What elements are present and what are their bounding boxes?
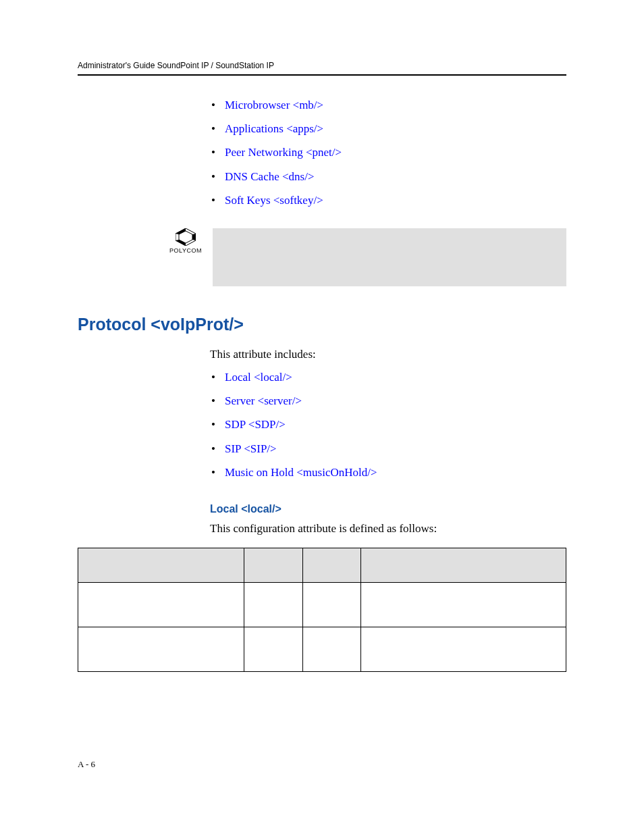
link-peer-networking[interactable]: Peer Networking <pnet/> — [225, 146, 342, 159]
list-item: Server <server/> — [225, 392, 566, 410]
list-item: Soft Keys <softkey/> — [225, 191, 566, 209]
table-header — [302, 548, 361, 582]
list-item: Applications <apps/> — [225, 120, 566, 138]
list-item: Microbrowser <mb/> — [225, 96, 566, 114]
link-music-on-hold[interactable]: Music on Hold <musicOnHold/> — [225, 466, 377, 479]
note-block: POLYCOM — [78, 228, 566, 286]
table-cell — [302, 582, 361, 627]
polycom-logo-icon — [176, 228, 196, 246]
sub-bullet-list: Local <local/> Server <server/> SDP <SDP… — [78, 368, 566, 481]
link-soft-keys[interactable]: Soft Keys <softkey/> — [225, 194, 323, 207]
running-header: Administrator's Guide SoundPoint IP / So… — [78, 61, 566, 70]
svg-marker-2 — [176, 228, 186, 234]
link-microbrowser[interactable]: Microbrowser <mb/> — [225, 99, 323, 111]
table-cell — [244, 627, 302, 671]
config-table — [78, 548, 566, 672]
table-cell — [244, 582, 302, 627]
page: Administrator's Guide SoundPoint IP / So… — [0, 0, 644, 834]
link-sdp[interactable]: SDP <SDP/> — [225, 418, 286, 431]
polycom-logo: POLYCOM — [165, 228, 206, 254]
table-cell — [78, 627, 244, 671]
subheading-intro: This configuration attribute is defined … — [78, 522, 566, 536]
table-header — [244, 548, 302, 582]
list-item: Peer Networking <pnet/> — [225, 143, 566, 161]
table-cell — [361, 582, 566, 627]
link-dns-cache[interactable]: DNS Cache <dns/> — [225, 170, 315, 183]
table-header — [78, 548, 244, 582]
table-row — [78, 627, 566, 671]
table-cell — [361, 627, 566, 671]
table-header-row — [78, 548, 566, 582]
header-rule — [78, 74, 566, 76]
subheading-local: Local <local/> — [78, 503, 566, 515]
link-server[interactable]: Server <server/> — [225, 394, 302, 407]
page-number: A - 6 — [78, 759, 95, 770]
link-sip[interactable]: SIP <SIP/> — [225, 442, 277, 455]
list-item: DNS Cache <dns/> — [225, 167, 566, 186]
list-item: Music on Hold <musicOnHold/> — [225, 463, 566, 481]
svg-marker-4 — [176, 240, 186, 246]
table-header — [361, 548, 566, 582]
section-intro: This attribute includes: — [78, 348, 566, 361]
link-applications[interactable]: Applications <apps/> — [225, 122, 323, 135]
list-item: SDP <SDP/> — [225, 415, 566, 434]
svg-marker-3 — [192, 234, 196, 240]
note-body — [213, 228, 566, 286]
polycom-logo-text: POLYCOM — [169, 247, 202, 254]
table-row — [78, 582, 566, 627]
table-cell — [302, 627, 361, 671]
top-bullet-list: Microbrowser <mb/> Applications <apps/> … — [78, 96, 566, 209]
list-item: Local <local/> — [225, 368, 566, 386]
list-item: SIP <SIP/> — [225, 440, 566, 458]
table-cell — [78, 582, 244, 627]
section-heading-protocol: Protocol <voIpProt/> — [78, 315, 566, 334]
link-local[interactable]: Local <local/> — [225, 371, 292, 384]
note-logo-cell: POLYCOM — [78, 228, 213, 254]
